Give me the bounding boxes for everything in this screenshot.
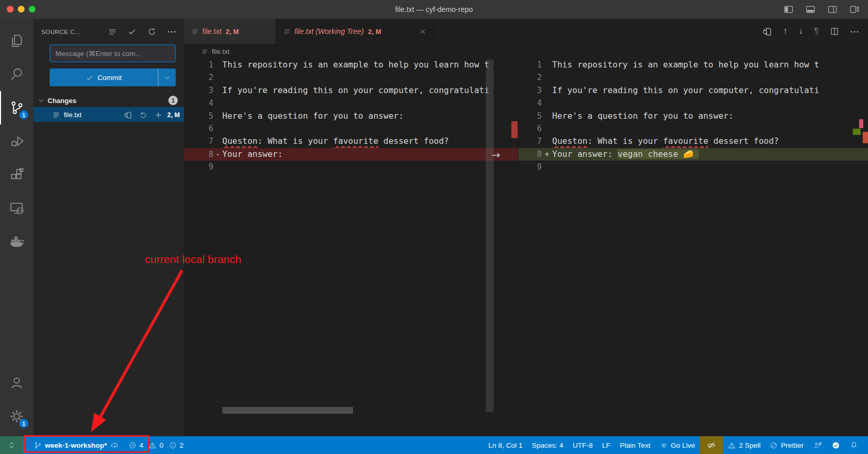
encoding-item[interactable]: UTF-8 — [568, 436, 597, 454]
diff-marker — [213, 161, 222, 173]
next-change-icon[interactable]: ↓ — [798, 26, 803, 37]
code-text[interactable] — [222, 122, 518, 135]
toggle-secondary-sidebar-icon[interactable] — [827, 4, 838, 15]
go-live-item[interactable]: Go Live — [655, 436, 700, 454]
code-text[interactable] — [552, 161, 868, 173]
code-text[interactable]: Queston: What is your favourite dessert … — [552, 135, 868, 147]
search-icon[interactable] — [0, 58, 33, 91]
branch-status-item[interactable]: week-1-workshop* — [29, 436, 124, 454]
diff-line[interactable]: 6 — [518, 122, 868, 135]
eol-item[interactable]: LF — [598, 436, 615, 454]
diff-line[interactable]: 5Here's a question for you to answer: — [518, 110, 868, 122]
commit-check-icon[interactable] — [128, 27, 136, 36]
toggle-panel-icon[interactable] — [805, 4, 816, 15]
extensions-icon[interactable] — [0, 158, 33, 191]
open-file-icon[interactable] — [124, 111, 132, 119]
more-actions-icon[interactable]: ··· — [167, 27, 177, 36]
code-text[interactable] — [222, 97, 518, 109]
diff-line[interactable]: 2 — [518, 71, 868, 84]
diff-line[interactable]: 7Queston: What is your favourite dessert… — [518, 135, 868, 147]
diff-line[interactable]: 3If you're reading this on your computer… — [518, 84, 868, 97]
commit-button[interactable]: Commit — [50, 69, 176, 86]
previous-change-icon[interactable]: ↑ — [783, 26, 788, 37]
code-text[interactable]: Queston: What is your favourite dessert … — [222, 135, 518, 147]
highlight-disabled-item[interactable] — [700, 436, 723, 454]
notifications-item[interactable] — [845, 436, 863, 454]
code-text[interactable]: This repository is an example to help yo… — [552, 59, 868, 71]
open-changes-icon[interactable] — [762, 27, 772, 37]
toggle-whitespace-icon[interactable]: ¶ — [814, 26, 819, 37]
code-text[interactable]: If you're reading this on your computer,… — [552, 84, 868, 97]
diff-marker — [213, 71, 222, 84]
backup-sync-item[interactable] — [827, 436, 845, 454]
diff-line[interactable]: 3If you're reading this on your computer… — [184, 84, 518, 97]
refresh-icon[interactable] — [147, 27, 156, 36]
code-text[interactable]: If you're reading this on your computer,… — [222, 84, 518, 97]
problems-status-item[interactable]: 4 0 2 — [124, 436, 191, 454]
code-text[interactable]: Your answer: vegan cheese 🧀 — [552, 148, 868, 161]
diff-line[interactable]: 4 — [518, 97, 868, 109]
diff-line[interactable]: 2 — [184, 71, 518, 84]
docker-icon[interactable] — [0, 225, 33, 258]
remote-explorer-icon[interactable] — [0, 191, 33, 225]
code-text[interactable]: Your answer: — [222, 148, 518, 161]
customize-layout-icon[interactable] — [849, 4, 860, 15]
diff-original-pane[interactable]: 1This repository is an example to help y… — [184, 59, 518, 436]
diff-line[interactable]: 5Here's a question for you to answer: — [184, 110, 518, 122]
breadcrumb-item[interactable]: file.txt — [212, 48, 230, 55]
view-as-list-icon[interactable] — [108, 28, 117, 36]
diff-line[interactable]: 1This repository is an example to help y… — [518, 59, 868, 71]
language-mode-item[interactable]: Plain Text — [615, 436, 655, 454]
minimize-window-button[interactable] — [18, 6, 25, 13]
diff-line[interactable]: 4 — [184, 97, 518, 109]
commit-dropdown-button[interactable] — [158, 69, 176, 86]
diff-line[interactable]: 9 — [184, 161, 518, 173]
code-text[interactable] — [552, 97, 868, 109]
code-text[interactable]: This repository is an example to help yo… — [222, 59, 518, 71]
code-text[interactable] — [222, 161, 518, 173]
run-debug-icon[interactable] — [0, 124, 33, 158]
tab-file-txt[interactable]: file.txt 2, M — [184, 19, 276, 44]
diff-line[interactable]: 8+Your answer: vegan cheese 🧀 — [518, 148, 868, 161]
diff-line[interactable]: 9 — [518, 161, 868, 173]
accounts-icon[interactable] — [0, 366, 33, 400]
line-number: 5 — [184, 110, 213, 122]
settings-gear-icon[interactable]: 1 — [0, 400, 33, 433]
code-text[interactable] — [222, 71, 518, 84]
annotation-label: current local branch — [145, 253, 241, 266]
code-text[interactable] — [552, 71, 868, 84]
discard-changes-icon[interactable] — [139, 111, 147, 119]
horizontal-scrollbar[interactable] — [222, 407, 353, 414]
source-control-icon[interactable]: 1 — [0, 91, 33, 124]
breadcrumb[interactable]: file.txt — [184, 44, 868, 59]
close-tab-icon[interactable] — [419, 28, 427, 36]
explorer-icon[interactable] — [0, 24, 33, 58]
stage-changes-icon[interactable] — [154, 111, 163, 119]
tab-file-txt-working-tree[interactable]: file.txt (Working Tree) 2, M — [276, 19, 435, 44]
remote-indicator[interactable] — [0, 436, 23, 454]
more-actions-icon[interactable]: ··· — [850, 27, 860, 36]
diff-line[interactable]: 7Queston: What is your favourite dessert… — [184, 135, 518, 147]
changes-section-header[interactable]: Changes 1 — [33, 94, 184, 107]
toggle-primary-sidebar-icon[interactable] — [783, 4, 794, 15]
revert-arrow-icon[interactable]: → — [492, 149, 500, 161]
code-text[interactable] — [552, 122, 868, 135]
feedback-item[interactable] — [808, 436, 827, 454]
diff-line[interactable]: 6 — [184, 122, 518, 135]
commit-message-input[interactable] — [50, 44, 176, 62]
close-window-button[interactable] — [7, 6, 14, 13]
diff-line[interactable]: 1This repository is an example to help y… — [184, 59, 518, 71]
prettier-item[interactable]: Prettier — [765, 436, 808, 454]
code-text[interactable]: Here's a question for you to answer: — [222, 110, 518, 122]
changed-file-row[interactable]: file.txt 2, M — [33, 107, 184, 122]
zoom-window-button[interactable] — [29, 6, 36, 13]
diff-modified-pane[interactable]: 1This repository is an example to help y… — [518, 59, 868, 436]
code-text[interactable]: Here's a question for you to answer: — [552, 110, 868, 122]
indentation-item[interactable]: Spaces: 4 — [527, 436, 568, 454]
line-number: 1 — [184, 59, 213, 71]
split-editor-icon[interactable] — [830, 27, 839, 36]
diff-line[interactable]: 8-Your answer: — [184, 148, 518, 161]
spell-checker-item[interactable]: 2 Spell — [723, 436, 765, 454]
vertical-scrollbar[interactable] — [486, 60, 494, 412]
cursor-position-item[interactable]: Ln 8, Col 1 — [484, 436, 527, 454]
